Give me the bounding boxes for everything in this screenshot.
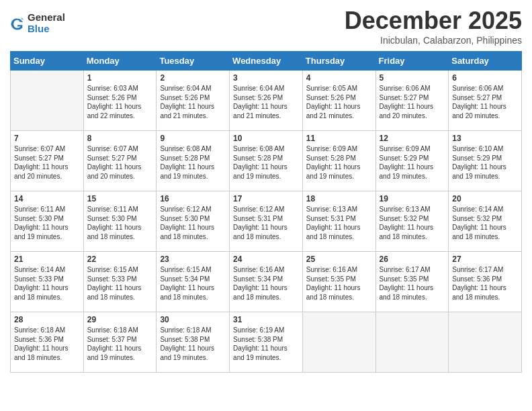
day-info: Sunrise: 6:12 AMSunset: 5:30 PMDaylight:… (160, 205, 214, 240)
day-info: Sunrise: 6:08 AMSunset: 5:28 PMDaylight:… (160, 145, 214, 180)
day-info: Sunrise: 6:17 AMSunset: 5:35 PMDaylight:… (380, 266, 434, 301)
day-number: 13 (452, 134, 518, 143)
day-info: Sunrise: 6:04 AMSunset: 5:26 PMDaylight:… (160, 85, 214, 120)
weekday-header-saturday: Saturday (449, 52, 522, 71)
day-info: Sunrise: 6:13 AMSunset: 5:31 PMDaylight:… (306, 205, 361, 240)
weekday-header-monday: Monday (83, 52, 157, 71)
day-info: Sunrise: 6:18 AMSunset: 5:38 PMDaylight:… (160, 326, 214, 361)
day-number: 7 (14, 134, 80, 143)
calendar-cell: 19 Sunrise: 6:13 AMSunset: 5:32 PMDaylig… (375, 191, 449, 252)
day-info: Sunrise: 6:08 AMSunset: 5:28 PMDaylight:… (233, 145, 287, 180)
weekday-header-wednesday: Wednesday (230, 52, 303, 71)
calendar-cell: 22 Sunrise: 6:15 AMSunset: 5:33 PMDaylig… (83, 252, 157, 312)
week-row-4: 28 Sunrise: 6:18 AMSunset: 5:36 PMDaylig… (11, 312, 522, 373)
logo-blue-text: Blue (28, 24, 65, 35)
calendar-cell: 7 Sunrise: 6:07 AMSunset: 5:27 PMDayligh… (11, 131, 84, 191)
day-number: 14 (14, 194, 80, 203)
day-number: 10 (233, 134, 299, 143)
day-number: 24 (233, 255, 299, 264)
calendar-cell: 23 Sunrise: 6:15 AMSunset: 5:34 PMDaylig… (157, 252, 230, 312)
day-number: 29 (87, 315, 153, 324)
header: General Blue December 2025 Inicbulan, Ca… (10, 7, 522, 46)
calendar-cell: 9 Sunrise: 6:08 AMSunset: 5:28 PMDayligh… (157, 131, 230, 191)
calendar-cell: 15 Sunrise: 6:11 AMSunset: 5:30 PMDaylig… (83, 191, 157, 252)
day-info: Sunrise: 6:14 AMSunset: 5:32 PMDaylight:… (452, 205, 506, 240)
day-number: 23 (160, 255, 226, 264)
day-info: Sunrise: 6:11 AMSunset: 5:30 PMDaylight:… (87, 205, 142, 240)
day-number: 26 (380, 255, 445, 264)
calendar-cell: 31 Sunrise: 6:19 AMSunset: 5:38 PMDaylig… (230, 312, 303, 373)
day-info: Sunrise: 6:09 AMSunset: 5:28 PMDaylight:… (306, 145, 361, 180)
week-row-1: 7 Sunrise: 6:07 AMSunset: 5:27 PMDayligh… (11, 131, 522, 191)
day-info: Sunrise: 6:13 AMSunset: 5:32 PMDaylight:… (380, 205, 434, 240)
weekday-header-tuesday: Tuesday (157, 52, 230, 71)
calendar-cell: 26 Sunrise: 6:17 AMSunset: 5:35 PMDaylig… (375, 252, 449, 312)
day-info: Sunrise: 6:14 AMSunset: 5:33 PMDaylight:… (14, 266, 69, 301)
day-number: 11 (306, 134, 372, 143)
day-number: 31 (233, 315, 299, 324)
calendar-cell: 14 Sunrise: 6:11 AMSunset: 5:30 PMDaylig… (11, 191, 84, 252)
day-info: Sunrise: 6:12 AMSunset: 5:31 PMDaylight:… (233, 205, 287, 240)
day-info: Sunrise: 6:15 AMSunset: 5:33 PMDaylight:… (87, 266, 142, 301)
day-info: Sunrise: 6:04 AMSunset: 5:26 PMDaylight:… (233, 85, 287, 120)
calendar-cell: 21 Sunrise: 6:14 AMSunset: 5:33 PMDaylig… (11, 252, 84, 312)
calendar-cell: 28 Sunrise: 6:18 AMSunset: 5:36 PMDaylig… (11, 312, 84, 373)
day-info: Sunrise: 6:09 AMSunset: 5:29 PMDaylight:… (380, 145, 434, 180)
day-info: Sunrise: 6:05 AMSunset: 5:26 PMDaylight:… (306, 85, 361, 120)
day-number: 19 (380, 194, 445, 203)
day-info: Sunrise: 6:06 AMSunset: 5:27 PMDaylight:… (380, 85, 434, 120)
calendar-cell: 25 Sunrise: 6:16 AMSunset: 5:35 PMDaylig… (302, 252, 375, 312)
day-info: Sunrise: 6:11 AMSunset: 5:30 PMDaylight:… (14, 205, 69, 240)
day-info: Sunrise: 6:16 AMSunset: 5:34 PMDaylight:… (233, 266, 287, 301)
day-number: 16 (160, 194, 226, 203)
location: Inicbulan, Calabarzon, Philippines (345, 35, 522, 46)
day-info: Sunrise: 6:18 AMSunset: 5:36 PMDaylight:… (14, 326, 69, 361)
day-info: Sunrise: 6:19 AMSunset: 5:38 PMDaylight:… (233, 326, 287, 361)
day-number: 8 (87, 134, 153, 143)
day-info: Sunrise: 6:10 AMSunset: 5:29 PMDaylight:… (452, 145, 506, 180)
day-info: Sunrise: 6:16 AMSunset: 5:35 PMDaylight:… (306, 266, 361, 301)
day-number: 9 (160, 134, 226, 143)
weekday-header-sunday: Sunday (11, 52, 84, 71)
day-number: 21 (14, 255, 80, 264)
weekday-header-thursday: Thursday (302, 52, 375, 71)
calendar-cell: 13 Sunrise: 6:10 AMSunset: 5:29 PMDaylig… (449, 131, 522, 191)
day-number: 4 (306, 73, 372, 83)
month-title: December 2025 (345, 7, 522, 35)
day-number: 17 (233, 194, 299, 203)
calendar-cell: 6 Sunrise: 6:06 AMSunset: 5:27 PMDayligh… (449, 71, 522, 131)
week-row-0: 1 Sunrise: 6:03 AMSunset: 5:26 PMDayligh… (11, 71, 522, 131)
day-number: 5 (380, 73, 445, 83)
calendar-cell: 16 Sunrise: 6:12 AMSunset: 5:30 PMDaylig… (157, 191, 230, 252)
day-number: 1 (87, 73, 153, 83)
calendar-cell (449, 312, 522, 373)
day-info: Sunrise: 6:07 AMSunset: 5:27 PMDaylight:… (87, 145, 142, 180)
calendar-cell: 4 Sunrise: 6:05 AMSunset: 5:26 PMDayligh… (302, 71, 375, 131)
week-row-2: 14 Sunrise: 6:11 AMSunset: 5:30 PMDaylig… (11, 191, 522, 252)
day-info: Sunrise: 6:18 AMSunset: 5:37 PMDaylight:… (87, 326, 142, 361)
calendar-cell: 2 Sunrise: 6:04 AMSunset: 5:26 PMDayligh… (157, 71, 230, 131)
day-info: Sunrise: 6:06 AMSunset: 5:27 PMDaylight:… (452, 85, 506, 120)
day-number: 18 (306, 194, 372, 203)
day-number: 3 (233, 73, 299, 83)
calendar-cell: 20 Sunrise: 6:14 AMSunset: 5:32 PMDaylig… (449, 191, 522, 252)
day-number: 2 (160, 73, 226, 83)
day-info: Sunrise: 6:07 AMSunset: 5:27 PMDaylight:… (14, 145, 69, 180)
day-number: 6 (452, 73, 518, 83)
calendar-cell (302, 312, 375, 373)
day-number: 27 (452, 255, 518, 264)
calendar-cell: 17 Sunrise: 6:12 AMSunset: 5:31 PMDaylig… (230, 191, 303, 252)
day-info: Sunrise: 6:15 AMSunset: 5:34 PMDaylight:… (160, 266, 214, 301)
week-row-3: 21 Sunrise: 6:14 AMSunset: 5:33 PMDaylig… (11, 252, 522, 312)
calendar-cell (11, 71, 84, 131)
day-number: 30 (160, 315, 226, 324)
day-number: 22 (87, 255, 153, 264)
logo: General Blue (10, 12, 65, 34)
calendar-cell: 8 Sunrise: 6:07 AMSunset: 5:27 PMDayligh… (83, 131, 157, 191)
calendar-cell: 30 Sunrise: 6:18 AMSunset: 5:38 PMDaylig… (157, 312, 230, 373)
calendar-cell: 27 Sunrise: 6:17 AMSunset: 5:36 PMDaylig… (449, 252, 522, 312)
calendar-cell: 1 Sunrise: 6:03 AMSunset: 5:26 PMDayligh… (83, 71, 157, 131)
calendar-cell: 12 Sunrise: 6:09 AMSunset: 5:29 PMDaylig… (375, 131, 449, 191)
day-number: 15 (87, 194, 153, 203)
title-area: December 2025 Inicbulan, Calabarzon, Phi… (345, 7, 522, 46)
